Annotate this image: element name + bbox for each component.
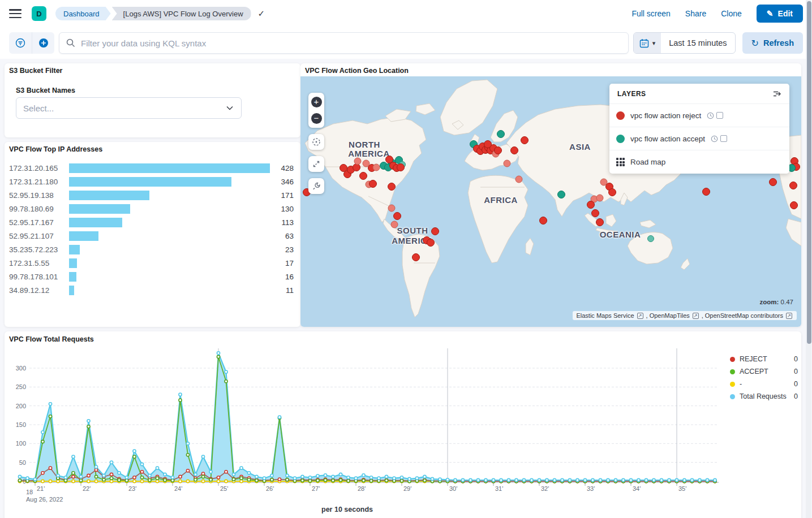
continent-label: ASIA bbox=[569, 142, 591, 152]
edit-button[interactable]: ✎ Edit bbox=[757, 5, 803, 23]
layer-row-reject[interactable]: vpc flow action reject bbox=[609, 104, 789, 127]
deployment-logo[interactable]: D bbox=[32, 6, 46, 21]
accept-geo-dot[interactable] bbox=[497, 130, 505, 138]
reject-geo-dot[interactable] bbox=[484, 140, 492, 148]
grid-icon bbox=[616, 158, 625, 166]
reject-geo-dot[interactable] bbox=[388, 205, 396, 212]
svg-text:26': 26' bbox=[266, 485, 274, 492]
accept-geo-dot[interactable] bbox=[557, 191, 565, 198]
set-view-button[interactable] bbox=[308, 134, 324, 150]
menu-icon[interactable] bbox=[9, 9, 22, 18]
chevron-down-icon bbox=[225, 103, 234, 113]
attribution-link[interactable]: OpenMapTiles bbox=[650, 312, 690, 319]
reject-geo-dot[interactable] bbox=[431, 227, 439, 235]
reject-geo-dot[interactable] bbox=[521, 136, 529, 144]
reject-geo-dot[interactable] bbox=[608, 188, 616, 196]
reject-geo-dot[interactable] bbox=[591, 209, 599, 217]
breadcrumb-current[interactable]: [Logs AWS] VPC Flow Log Overview bbox=[112, 7, 251, 20]
ip-count: 346 bbox=[269, 178, 294, 186]
reject-geo-dot[interactable] bbox=[789, 182, 797, 189]
total-requests-panel: VPC Flow Total Requests 21'22'23'24'25'2… bbox=[5, 331, 801, 518]
reject-geo-dot[interactable] bbox=[494, 146, 502, 154]
reject-geo-dot[interactable] bbox=[596, 218, 604, 226]
panel-title: S3 Bucket Filter bbox=[9, 67, 62, 75]
reject-geo-dot[interactable] bbox=[393, 212, 401, 220]
ip-count: 17 bbox=[269, 259, 294, 267]
ip-bar bbox=[69, 204, 269, 214]
reject-geo-dot[interactable] bbox=[359, 172, 367, 180]
svg-text:32': 32' bbox=[541, 485, 549, 492]
layer-checkbox[interactable] bbox=[720, 135, 727, 142]
ip-address: 172.31.20.165 bbox=[9, 164, 69, 172]
reject-geo-dot[interactable] bbox=[354, 158, 362, 165]
add-filter-button[interactable] bbox=[32, 32, 54, 54]
kql-query-input[interactable] bbox=[81, 38, 621, 48]
legend-item[interactable]: -0 bbox=[730, 378, 798, 390]
reject-geo-dot[interactable] bbox=[388, 183, 396, 191]
world-map[interactable]: NORTHAMERICASOUTHAMERICAAFRICAASIAOCEANI… bbox=[300, 76, 801, 327]
query-bar: ▾ Last 15 minutes ↻ Refresh bbox=[0, 27, 812, 59]
layer-checkbox[interactable] bbox=[716, 112, 723, 119]
svg-text:30': 30' bbox=[449, 485, 457, 492]
layer-row-roadmap[interactable]: Road map bbox=[609, 150, 789, 174]
svg-text:25': 25' bbox=[220, 485, 228, 492]
reject-geo-dot[interactable] bbox=[363, 160, 370, 167]
reject-geo-dot[interactable] bbox=[427, 239, 435, 247]
reject-geo-dot[interactable] bbox=[539, 217, 547, 225]
ip-address: 172.31.5.55 bbox=[9, 259, 69, 267]
refresh-button[interactable]: ↻ Refresh bbox=[742, 32, 803, 54]
time-range-button[interactable]: Last 15 minutes bbox=[661, 38, 734, 48]
reject-geo-dot[interactable] bbox=[373, 164, 380, 171]
s3-bucket-select[interactable]: Select... bbox=[16, 97, 242, 119]
ip-count: 113 bbox=[269, 218, 294, 227]
legend-item[interactable]: REJECT0 bbox=[730, 353, 798, 365]
ip-rows: 172.31.20.165428172.31.21.18034652.95.19… bbox=[5, 161, 300, 297]
reject-geo-dot[interactable] bbox=[510, 146, 518, 154]
reject-layer-swatch bbox=[616, 111, 625, 120]
layer-row-accept[interactable]: vpc flow action accept bbox=[609, 127, 789, 150]
ip-bar bbox=[69, 163, 269, 173]
legend-label: ACCEPT bbox=[740, 368, 789, 375]
reject-geo-dot[interactable] bbox=[702, 188, 710, 196]
chart-legend: REJECT0ACCEPT0-0Total Requests0 bbox=[730, 353, 798, 403]
ip-row: 52.95.17.167113 bbox=[5, 215, 300, 229]
zoom-in-button[interactable]: + bbox=[311, 97, 322, 107]
ip-address: 52.95.19.138 bbox=[9, 191, 69, 200]
external-link-icon: ↗ bbox=[786, 313, 792, 319]
measure-button[interactable] bbox=[308, 156, 324, 172]
share-link[interactable]: Share bbox=[685, 9, 706, 18]
accept-layer-swatch bbox=[616, 135, 625, 143]
breadcrumb-dashboard[interactable]: Dashboard bbox=[55, 7, 111, 20]
legend-item[interactable]: ACCEPT0 bbox=[730, 365, 798, 378]
reject-geo-dot[interactable] bbox=[587, 201, 595, 209]
reject-geo-dot[interactable] bbox=[504, 160, 511, 167]
ip-bar bbox=[69, 245, 269, 254]
full-screen-link[interactable]: Full screen bbox=[631, 9, 670, 18]
reject-geo-dot[interactable] bbox=[391, 221, 398, 228]
reject-geo-dot[interactable] bbox=[412, 253, 420, 261]
collapse-layers-icon[interactable] bbox=[772, 90, 781, 98]
legend-item[interactable]: Total Requests0 bbox=[730, 390, 798, 403]
ip-address: 34.89.12.12 bbox=[9, 286, 69, 295]
reject-geo-dot[interactable] bbox=[397, 163, 405, 171]
attribution-link[interactable]: Elastic Maps Service bbox=[576, 312, 634, 319]
plus-circle-icon bbox=[38, 38, 49, 48]
reject-geo-dot[interactable] bbox=[790, 201, 798, 209]
tools-button[interactable] bbox=[308, 178, 324, 194]
reject-geo-dot[interactable] bbox=[515, 176, 523, 183]
legend-label: - bbox=[740, 380, 789, 388]
attribution-link[interactable]: OpenStreetMap contributors bbox=[705, 312, 783, 319]
svg-text:50: 50 bbox=[19, 459, 26, 466]
reject-geo-dot[interactable] bbox=[596, 195, 604, 202]
accept-geo-dot[interactable] bbox=[647, 235, 654, 242]
scrollbar-thumb[interactable] bbox=[807, 1, 811, 344]
continent-label: OCEANIA bbox=[600, 230, 641, 239]
zoom-out-button[interactable]: − bbox=[311, 113, 322, 124]
clone-link[interactable]: Clone bbox=[721, 9, 742, 18]
calendar-menu-button[interactable]: ▾ bbox=[634, 33, 661, 53]
ip-bar bbox=[69, 177, 269, 187]
filter-set-button[interactable] bbox=[9, 32, 32, 54]
reject-geo-dot[interactable] bbox=[369, 180, 377, 188]
reject-geo-dot[interactable] bbox=[769, 178, 777, 186]
svg-text:35': 35' bbox=[678, 485, 686, 492]
